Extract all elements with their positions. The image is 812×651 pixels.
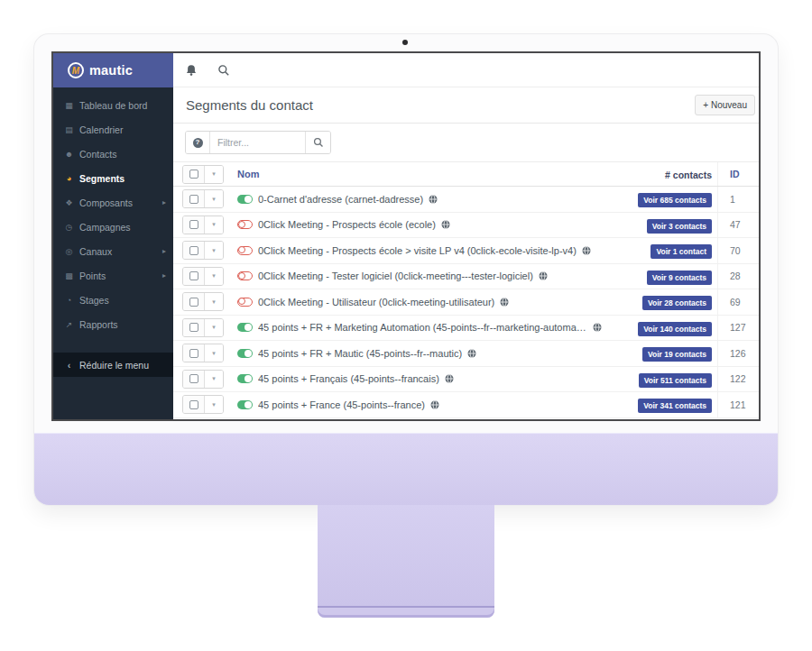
sidebar-item-campagnes[interactable]: ◷ Campagnes ▸: [53, 215, 173, 239]
sidebar-item-segments[interactable]: ◕ Segments ▸: [53, 166, 173, 190]
sidebar-item-calendrier[interactable]: ▤ Calendrier ▸: [53, 117, 173, 142]
filter-search-button[interactable]: [305, 132, 330, 153]
sidebar-item-composants[interactable]: ❖ Composants ▸: [53, 190, 173, 215]
segment-id: 47: [717, 213, 759, 238]
row-dropdown-toggle[interactable]: ▾: [205, 242, 223, 259]
sidebar-item-stages[interactable]: ◔ Stages ▸: [53, 288, 173, 312]
segment-status-toggle[interactable]: [237, 195, 253, 204]
filter-input[interactable]: [210, 132, 305, 153]
chevron-down-icon: ▾: [212, 221, 216, 228]
row-select-group: ▾: [182, 292, 224, 311]
search-icon[interactable]: [217, 64, 230, 77]
row-dropdown-toggle[interactable]: ▾: [205, 371, 223, 388]
row-select-group: ▾: [182, 267, 224, 286]
page-title: Segments du contact: [186, 97, 695, 113]
row-checkbox[interactable]: [183, 371, 205, 388]
chevron-down-icon: ▾: [212, 375, 216, 382]
segments-table: ▾ Nom # contacts ID ▾ 0-Carnet d'adresse…: [173, 161, 759, 419]
segment-status-toggle[interactable]: [237, 400, 253, 409]
view-contacts-badge[interactable]: Voir 1 contact: [651, 244, 712, 259]
segment-name-link[interactable]: 0Click Meeting - Tester logiciel (0click…: [258, 270, 533, 281]
submenu-arrow-icon: ▸: [162, 271, 166, 280]
row-dropdown-toggle[interactable]: ▾: [205, 396, 223, 413]
sidebar-menu: ▦ Tableau de bord ▸ ▤ Calendrier ▸ ☻ Con…: [53, 87, 173, 419]
segment-status-toggle[interactable]: [237, 349, 253, 358]
segment-status-toggle[interactable]: [237, 220, 253, 229]
row-checkbox[interactable]: [183, 242, 205, 259]
sidebar-item-points[interactable]: ▩ Points ▸: [53, 263, 173, 288]
segment-name-link[interactable]: 45 points + France (45-points--france): [258, 399, 425, 410]
view-contacts-badge[interactable]: Voir 685 contacts: [638, 193, 712, 207]
submenu-arrow-icon: ▸: [162, 198, 166, 206]
segment-status-toggle[interactable]: [237, 246, 253, 255]
row-checkbox[interactable]: [183, 190, 205, 207]
row-checkbox[interactable]: [183, 268, 205, 285]
select-all-checkbox[interactable]: [183, 166, 205, 183]
segment-name-link[interactable]: 0Click Meeting - Prospects école > visit…: [258, 245, 577, 256]
segments-icon: ◕: [61, 174, 77, 183]
row-dropdown-toggle[interactable]: ▾: [205, 319, 223, 336]
row-select-group: ▾: [182, 215, 224, 234]
row-dropdown-toggle[interactable]: ▾: [205, 344, 223, 362]
column-header-nom[interactable]: Nom: [237, 169, 259, 179]
segment-status-toggle[interactable]: [237, 298, 253, 307]
segment-name-link[interactable]: 0Click Meeting - Utilisateur (0click-mee…: [258, 297, 494, 307]
chevron-down-icon: ▾: [212, 298, 216, 306]
new-segment-button[interactable]: + Nouveau: [695, 95, 755, 115]
chevron-down-icon: ▾: [212, 247, 216, 254]
view-contacts-badge[interactable]: Voir 511 contacts: [639, 373, 712, 388]
view-contacts-badge[interactable]: Voir 19 contacts: [642, 347, 712, 362]
sidebar-item-rapports[interactable]: ↗ Rapports ▸: [53, 312, 173, 336]
help-icon: ?: [193, 138, 203, 148]
bulk-actions-dropdown[interactable]: ▾: [205, 166, 223, 183]
sidebar-item-canaux[interactable]: ◎ Canaux ▸: [53, 239, 173, 263]
row-checkbox[interactable]: [183, 396, 205, 413]
segment-id: 127: [717, 316, 759, 341]
view-contacts-badge[interactable]: Voir 140 contacts: [638, 322, 712, 336]
row-dropdown-toggle[interactable]: ▾: [205, 190, 223, 207]
view-contacts-badge[interactable]: Voir 341 contacts: [638, 399, 712, 413]
components-icon: ❖: [61, 198, 77, 207]
channels-icon: ◎: [61, 247, 77, 256]
contacts-icon: ☻: [61, 150, 77, 159]
view-contacts-badge[interactable]: Voir 3 contacts: [647, 219, 712, 234]
segment-status-toggle[interactable]: [237, 374, 253, 383]
row-checkbox[interactable]: [183, 216, 205, 234]
points-icon: ▩: [61, 271, 77, 280]
row-dropdown-toggle[interactable]: ▾: [205, 216, 223, 234]
row-checkbox[interactable]: [183, 293, 205, 310]
segment-name-link[interactable]: 45 points + Français (45-points--francai…: [258, 373, 439, 384]
table-row: ▾ 0Click Meeting - Prospects école (ecol…: [173, 213, 759, 239]
segment-name-link[interactable]: 45 points + FR + Marketing Automation (4…: [258, 322, 587, 333]
segment-status-toggle[interactable]: [237, 271, 253, 280]
segment-name-link[interactable]: 45 points + FR + Mautic (45-points--fr--…: [258, 348, 462, 359]
segment-id: 121: [717, 392, 759, 417]
table-body: ▾ 0-Carnet d'adresse (carnet-dadresse) V…: [173, 187, 759, 418]
column-header-id[interactable]: ID: [717, 162, 759, 186]
row-checkbox[interactable]: [183, 344, 205, 362]
row-select-group: ▾: [182, 241, 224, 260]
row-select-group: ▾: [182, 395, 224, 414]
globe-icon: [500, 298, 509, 307]
view-contacts-badge[interactable]: Voir 9 contacts: [647, 270, 712, 285]
mautic-logo-text: mautic: [89, 63, 133, 78]
notifications-bell-icon[interactable]: [185, 64, 198, 77]
row-dropdown-toggle[interactable]: ▾: [205, 293, 223, 310]
chevron-down-icon: ▾: [212, 170, 216, 178]
chevron-down-icon: ▾: [212, 272, 216, 280]
filter-help-button[interactable]: ?: [186, 132, 210, 153]
chevron-left-icon: ‹: [61, 360, 77, 371]
imac-stand-base: [318, 606, 494, 618]
segment-name-link[interactable]: 0Click Meeting - Prospects école (ecole): [258, 219, 436, 230]
mautic-logo[interactable]: M mautic: [53, 53, 173, 87]
view-contacts-badge[interactable]: Voir 28 contacts: [642, 296, 712, 310]
sidebar-collapse-menu[interactable]: ‹Réduire le menu: [53, 353, 173, 377]
segment-status-toggle[interactable]: [237, 323, 253, 332]
chevron-down-icon: ▾: [212, 324, 216, 331]
row-checkbox[interactable]: [183, 319, 205, 336]
chevron-down-icon: ▾: [212, 401, 216, 408]
segment-name-link[interactable]: 0-Carnet d'adresse (carnet-dadresse): [258, 194, 423, 205]
sidebar-item-contacts[interactable]: ☻ Contacts ▸: [53, 142, 173, 166]
sidebar-item-tableau-de-bord[interactable]: ▦ Tableau de bord ▸: [53, 93, 173, 117]
row-dropdown-toggle[interactable]: ▾: [205, 268, 223, 285]
